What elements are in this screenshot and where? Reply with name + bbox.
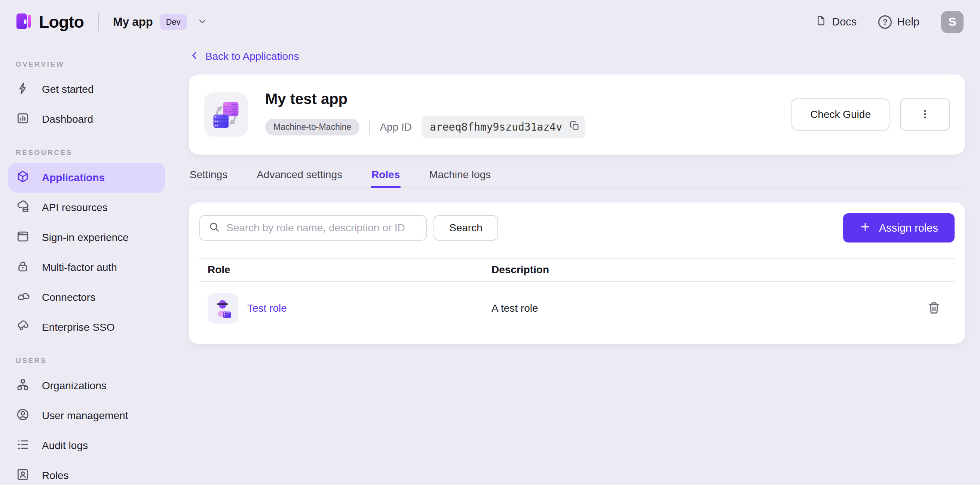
tab-roles[interactable]: Roles — [371, 164, 401, 187]
logto-logo-icon — [15, 12, 33, 32]
back-link-label: Back to Applications — [205, 51, 299, 62]
sidebar-item-label: Dashboard — [42, 113, 93, 125]
check-guide-button[interactable]: Check Guide — [791, 99, 889, 131]
user-avatar[interactable]: S — [941, 11, 964, 33]
column-description: Description — [492, 264, 913, 276]
tab-settings[interactable]: Settings — [189, 164, 228, 187]
person-circle-icon — [16, 408, 30, 424]
org-chart-icon — [16, 378, 30, 394]
sidebar-item-get-started[interactable]: Get started — [8, 75, 165, 104]
sidebar-item-dashboard[interactable]: Dashboard — [8, 104, 165, 134]
sidebar-item-label: Get started — [42, 83, 94, 96]
cloud-key-icon — [16, 319, 30, 336]
back-to-applications-link[interactable]: Back to Applications — [189, 48, 299, 65]
more-actions-button[interactable] — [900, 99, 950, 131]
search-icon — [208, 221, 220, 235]
column-role: Role — [199, 264, 492, 276]
env-badge: Dev — [160, 14, 187, 30]
sidebar-item-label: Applications — [42, 172, 105, 184]
list-icon — [16, 437, 30, 454]
app-type-badge: Machine-to-Machine — [265, 119, 360, 136]
logto-logo[interactable]: Logto — [15, 12, 84, 32]
sidebar-item-label: Organizations — [42, 380, 107, 392]
main-content: Back to Applications — [176, 44, 980, 485]
delete-role-button[interactable] — [926, 300, 942, 317]
chevron-down-icon — [187, 16, 208, 29]
document-icon — [815, 14, 827, 29]
trash-icon — [926, 300, 942, 317]
role-name-link[interactable]: Test role — [247, 302, 287, 314]
topbar-divider — [98, 13, 99, 31]
tab-machine-logs[interactable]: Machine logs — [428, 164, 492, 187]
app-id-text: areeq8fhmy9szud31az4v — [430, 121, 562, 133]
sidebar-item-applications[interactable]: Applications — [8, 163, 165, 193]
browser-window-icon — [16, 230, 30, 246]
sidebar-item-label: API resources — [42, 202, 108, 214]
sidebar-item-label: Enterprise SSO — [42, 321, 115, 333]
tab-bar: Settings Advanced settings Roles Machine… — [189, 164, 965, 188]
sidebar-item-user-management[interactable]: User management — [8, 401, 165, 431]
roles-table: Role Description — [199, 258, 955, 333]
lock-icon — [16, 259, 30, 276]
sidebar-item-organizations[interactable]: Organizations — [8, 371, 165, 401]
sidebar-item-roles[interactable]: Roles — [8, 461, 165, 485]
kebab-icon — [920, 108, 931, 121]
plus-icon — [859, 221, 871, 235]
sidebar-item-connectors[interactable]: Connectors — [8, 282, 165, 313]
sidebar: OVERVIEW Get started Dashboard RESOURCES… — [0, 44, 176, 485]
app-switcher[interactable]: My app Dev — [113, 14, 208, 30]
docs-label: Docs — [832, 16, 857, 28]
assign-roles-label: Assign roles — [879, 222, 938, 234]
current-app-name: My app — [113, 15, 153, 29]
app-header-card: My test app Machine-to-Machine App ID ar… — [189, 75, 965, 155]
sidebar-section-overview: OVERVIEW — [16, 60, 176, 69]
roles-panel: Search Assign roles Role Description — [189, 203, 965, 344]
help-label: Help — [897, 16, 920, 28]
role-description: A test role — [492, 302, 913, 314]
sidebar-item-label: Audit logs — [42, 440, 88, 452]
help-link[interactable]: ? Help — [878, 15, 920, 29]
cube-icon — [16, 169, 30, 187]
lightning-icon — [16, 81, 30, 98]
docs-link[interactable]: Docs — [815, 14, 857, 29]
help-icon: ? — [878, 15, 892, 29]
table-row[interactable]: Test role A test role — [199, 282, 955, 333]
sidebar-item-audit-logs[interactable]: Audit logs — [8, 431, 165, 461]
app-id-label: App ID — [380, 121, 412, 133]
sidebar-item-api-resources[interactable]: API resources — [8, 193, 165, 223]
chevron-left-icon — [189, 50, 200, 64]
tab-advanced-settings[interactable]: Advanced settings — [256, 164, 343, 187]
cloud-database-icon — [16, 199, 30, 216]
sidebar-item-enterprise-sso[interactable]: Enterprise SSO — [8, 313, 165, 342]
search-button[interactable]: Search — [434, 215, 498, 241]
role-search-box[interactable] — [199, 215, 427, 241]
app-title: My test app — [265, 91, 585, 107]
sidebar-item-label: Roles — [42, 470, 69, 482]
brand-name: Logto — [39, 12, 84, 32]
topbar: Logto My app Dev Docs ? Help S — [0, 0, 980, 44]
sidebar-item-label: Multi-factor auth — [42, 262, 117, 274]
copy-icon[interactable] — [569, 120, 580, 134]
sidebar-item-label: User management — [42, 410, 128, 422]
sidebar-item-label: Sign-in experience — [42, 231, 129, 244]
app-logo — [204, 93, 248, 137]
sidebar-item-label: Connectors — [42, 292, 95, 303]
role-avatar — [208, 293, 238, 324]
roles-table-header: Role Description — [199, 258, 955, 282]
sidebar-item-sign-in-experience[interactable]: Sign-in experience — [8, 223, 165, 253]
search-input[interactable] — [226, 222, 418, 234]
meta-divider — [369, 120, 370, 135]
assign-roles-button[interactable]: Assign roles — [843, 213, 955, 242]
id-card-icon — [16, 467, 30, 484]
sidebar-section-resources: RESOURCES — [16, 148, 176, 157]
sidebar-item-multi-factor-auth[interactable]: Multi-factor auth — [8, 253, 165, 282]
sidebar-section-users: USERS — [16, 357, 176, 365]
clouds-icon — [16, 289, 30, 306]
app-id-value[interactable]: areeq8fhmy9szud31az4v — [422, 116, 585, 139]
bar-chart-icon — [16, 111, 30, 128]
